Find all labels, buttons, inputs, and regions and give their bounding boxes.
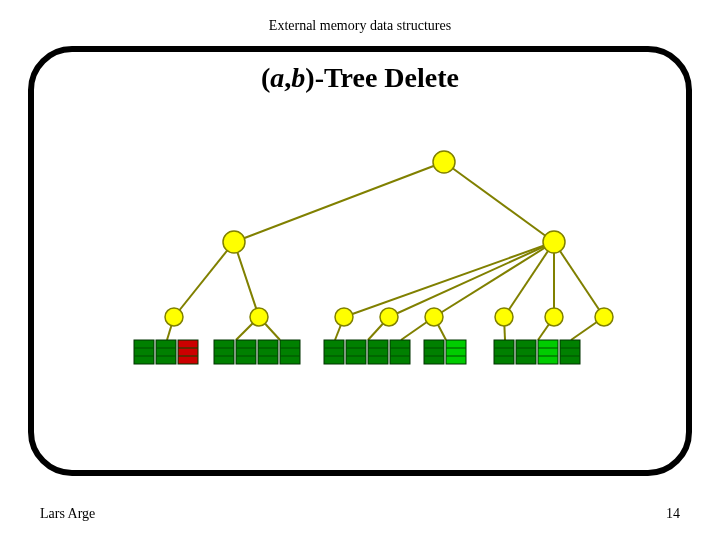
page-number: 14 [666,506,680,522]
svg-rect-31 [134,340,154,364]
svg-rect-73 [516,340,536,364]
svg-rect-55 [346,340,366,364]
header-text: External memory data structures [0,18,720,34]
svg-point-28 [495,308,513,326]
svg-line-9 [554,242,604,317]
svg-rect-52 [324,340,344,364]
svg-rect-58 [368,340,388,364]
svg-line-2 [174,242,234,317]
svg-line-1 [444,162,554,242]
svg-rect-64 [424,340,444,364]
svg-point-30 [595,308,613,326]
content-frame: (a,b)-Tree Delete [28,46,692,476]
svg-point-22 [543,231,565,253]
svg-line-6 [434,242,554,317]
svg-rect-61 [390,340,410,364]
svg-point-26 [380,308,398,326]
svg-point-23 [165,308,183,326]
title-b: b [291,62,305,93]
tree-svg [34,142,698,422]
svg-point-20 [433,151,455,173]
svg-line-0 [234,162,444,242]
title-suffix: )-Tree Delete [305,62,459,93]
svg-rect-49 [280,340,300,364]
svg-rect-76 [538,340,558,364]
svg-rect-46 [258,340,278,364]
svg-line-4 [344,242,554,317]
svg-rect-43 [236,340,256,364]
tree-diagram [34,142,686,422]
svg-rect-40 [214,340,234,364]
svg-rect-67 [446,340,466,364]
title-open-paren: ( [261,62,270,93]
svg-point-24 [250,308,268,326]
slide-title: (a,b)-Tree Delete [34,62,686,94]
svg-rect-79 [560,340,580,364]
svg-point-27 [425,308,443,326]
svg-point-29 [545,308,563,326]
svg-rect-34 [156,340,176,364]
svg-rect-37 [178,340,198,364]
svg-line-3 [234,242,259,317]
slide: External memory data structures (a,b)-Tr… [0,0,720,540]
author-label: Lars Arge [40,506,95,522]
title-a: a [270,62,284,93]
svg-rect-70 [494,340,514,364]
svg-point-25 [335,308,353,326]
svg-point-21 [223,231,245,253]
